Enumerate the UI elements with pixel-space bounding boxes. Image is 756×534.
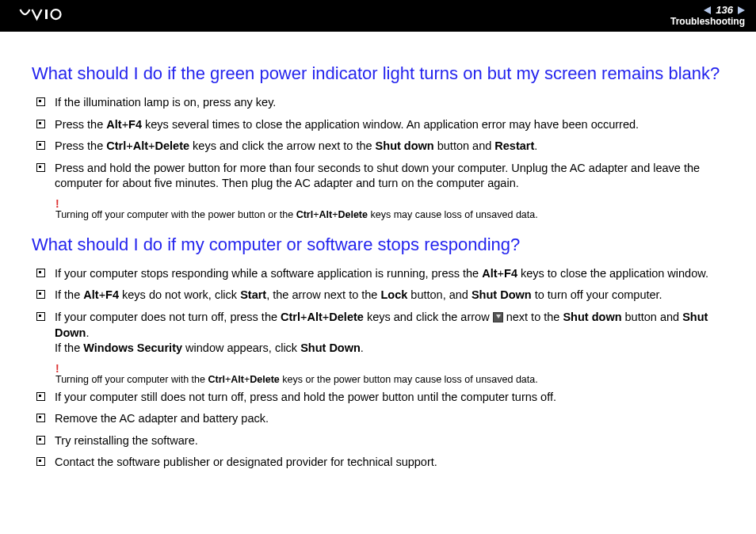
list-item: Contact the software publisher or design… [36, 455, 727, 471]
arrow-dropdown-icon [493, 312, 503, 322]
list-text: Press the Ctrl+Alt+Delete keys and click… [55, 139, 727, 154]
question-2-title: What should I do if my computer or softw… [32, 235, 727, 255]
list-item: If your computer does not turn off, pres… [36, 310, 727, 357]
bullet-icon [36, 392, 45, 401]
list-text: Try reinstalling the software. [55, 433, 727, 449]
page-nav: 136 [670, 5, 745, 16]
list-item: If your computer still does not turn off… [36, 390, 727, 406]
list-text: If your computer does not turn off, pres… [55, 310, 727, 357]
bullet-icon [36, 312, 45, 321]
list-text: Press and hold the power button for more… [55, 161, 727, 192]
q2-list-cont: If your computer still does not turn off… [32, 390, 727, 471]
svg-rect-0 [45, 10, 48, 19]
list-item: If your computer stops responding while … [36, 266, 727, 282]
list-text: Contact the software publisher or design… [55, 455, 727, 471]
bullet-icon [36, 120, 45, 128]
warning-note: ! Turning off your computer with the Ctr… [55, 363, 727, 385]
list-text: If the Alt+F4 keys do not work, click St… [55, 288, 727, 303]
bullet-icon [36, 290, 45, 299]
next-page-icon[interactable] [738, 6, 745, 14]
section-label: Troubleshooting [670, 17, 745, 27]
warning-note: ! Turning off your computer with the pow… [55, 198, 727, 220]
list-item: Press and hold the power button for more… [36, 161, 727, 192]
list-item: If the Alt+F4 keys do not work, click St… [36, 288, 727, 303]
warning-text: Turning off your computer with the power… [55, 209, 727, 220]
page-header: 136 Troubleshooting [0, 0, 756, 32]
list-item: Remove the AC adapter and battery pack. [36, 411, 727, 427]
bullet-icon [36, 414, 45, 422]
bullet-icon [36, 163, 45, 172]
list-text: If your computer still does not turn off… [55, 390, 727, 406]
page-content: What should I do if the green power indi… [0, 32, 756, 471]
q2-list: If your computer stops responding while … [32, 266, 727, 357]
svg-point-1 [52, 10, 61, 19]
header-meta: 136 Troubleshooting [670, 5, 745, 26]
warning-icon: ! [55, 198, 727, 209]
list-item: If the illumination lamp is on, press an… [36, 95, 727, 111]
warning-text: Turning off your computer with the Ctrl+… [55, 374, 727, 385]
list-item: Try reinstalling the software. [36, 433, 727, 449]
list-text: If your computer stops responding while … [55, 266, 727, 282]
q1-list: If the illumination lamp is on, press an… [32, 95, 727, 192]
bullet-icon [36, 141, 45, 150]
list-item: Press the Ctrl+Alt+Delete keys and click… [36, 139, 727, 154]
warning-icon: ! [55, 363, 727, 374]
vaio-logo [11, 6, 98, 26]
page-number: 136 [716, 5, 733, 16]
question-1-title: What should I do if the green power indi… [32, 63, 727, 84]
bullet-icon [36, 269, 45, 277]
list-text: If the illumination lamp is on, press an… [55, 95, 727, 111]
prev-page-icon[interactable] [704, 6, 711, 14]
bullet-icon [36, 436, 45, 444]
list-text: Remove the AC adapter and battery pack. [55, 411, 727, 427]
list-text: Press the Alt+F4 keys several times to c… [55, 117, 727, 133]
bullet-icon [36, 97, 45, 106]
bullet-icon [36, 457, 45, 466]
list-item: Press the Alt+F4 keys several times to c… [36, 117, 727, 133]
